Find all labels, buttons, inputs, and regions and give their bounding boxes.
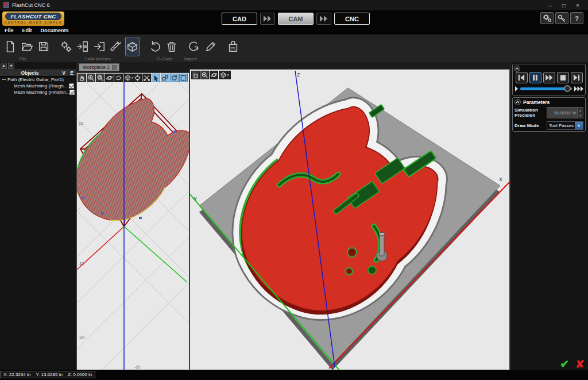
- close-button[interactable]: ×: [571, 2, 585, 9]
- set-zero-icon[interactable]: [133, 74, 142, 82]
- objects-title: Objects: [0, 70, 60, 76]
- group-label-file: File: [6, 56, 40, 62]
- import-stl-icon[interactable]: STL: [226, 39, 240, 54]
- tab-cam[interactable]: CAM: [278, 13, 314, 25]
- new-document-icon[interactable]: [3, 39, 17, 54]
- toolpath-viewport[interactable]: 10 -10 -20 -20: [76, 72, 189, 370]
- zoom-extents-icon[interactable]: [179, 74, 188, 82]
- grid-label-10: 10: [79, 121, 83, 125]
- header-tools: ?: [540, 12, 583, 24]
- pan-icon[interactable]: [78, 74, 86, 82]
- toolpath-scene: 10 -10 -20 -20: [77, 73, 189, 370]
- flashcut-logo: FLASHCUT CNC CONTROL MADE SIMPLE: [2, 11, 64, 26]
- help-button[interactable]: ?: [570, 12, 583, 24]
- collapse-expander-icon[interactable]: [2, 78, 6, 82]
- menubar: File Edit Documents: [0, 26, 588, 34]
- pan-icon[interactable]: [191, 71, 200, 79]
- go-to-start-button[interactable]: [516, 72, 528, 83]
- maximize-button[interactable]: □: [557, 2, 571, 9]
- menu-edit[interactable]: Edit: [22, 28, 32, 33]
- titlebar: FlashCut CNC 6 – □ ×: [0, 0, 588, 10]
- simulation-slider: [513, 86, 585, 91]
- zoom-in-icon[interactable]: [87, 74, 95, 82]
- parameters-title: Parameters: [523, 99, 550, 105]
- step-back-icon[interactable]: [514, 86, 519, 91]
- main-area: Objects V E Path (Electric Guitar_Part1)…: [0, 62, 588, 370]
- tab-cad[interactable]: CAD: [222, 13, 257, 25]
- flashcut-app-window: FlashCut CNC 6 – □ × FLASHCUT CNC CONTRO…: [0, 0, 588, 380]
- program-settings-icon[interactable]: [59, 39, 73, 54]
- fast-forward-button[interactable]: [543, 72, 555, 83]
- workpiece-tab[interactable]: Workpiece 1 ×: [79, 63, 119, 71]
- license-key-icon[interactable]: [555, 12, 568, 24]
- dropdown-arrow-icon[interactable]: ▼: [575, 122, 583, 129]
- brand-name: FLASHCUT CNC: [5, 13, 61, 20]
- spin-view-icon[interactable]: [114, 74, 123, 82]
- send-to-cam-icon[interactable]: [92, 39, 106, 54]
- view-cube-icon[interactable]: [219, 71, 231, 79]
- objects-header: Objects V E: [0, 70, 76, 76]
- z-axis-label: Z: [297, 72, 300, 78]
- save-icon[interactable]: [36, 39, 51, 54]
- accept-button[interactable]: ✔: [560, 358, 569, 371]
- generate-gcode-icon[interactable]: [187, 39, 201, 54]
- progress-slider-handle[interactable]: [564, 85, 571, 92]
- stop-button[interactable]: [557, 72, 569, 83]
- rotate-view-icon[interactable]: [105, 74, 114, 82]
- simulate-toolpath-icon[interactable]: [125, 37, 140, 56]
- undo-icon[interactable]: [148, 39, 162, 54]
- menu-file[interactable]: File: [5, 28, 14, 33]
- pause-button[interactable]: [529, 72, 541, 83]
- cancel-button[interactable]: ✘: [575, 358, 585, 371]
- status-bar: X: 22.3234 in Y: 13.6285 in Z: 0.0000 in: [0, 370, 588, 380]
- delete-operation-icon[interactable]: [164, 39, 179, 54]
- move-up-icon[interactable]: [1, 63, 7, 69]
- spinner-up-icon[interactable]: ▲: [578, 108, 583, 113]
- visibility-checkbox[interactable]: [69, 90, 75, 95]
- window-title: FlashCut CNC 6: [12, 2, 50, 8]
- stl-label: STL: [230, 47, 235, 50]
- grid-label-m20a: -20: [79, 335, 84, 339]
- minimize-button[interactable]: –: [543, 2, 557, 9]
- app-icon: [3, 2, 9, 8]
- go-to-end-button[interactable]: [571, 72, 583, 83]
- refresh-view-icon[interactable]: [170, 74, 179, 82]
- group-label-import: Import: [173, 56, 208, 62]
- edit-gcode-icon[interactable]: [203, 39, 218, 54]
- tab-cnc[interactable]: CNC: [334, 13, 370, 25]
- edit-toolpath-icon[interactable]: [109, 39, 123, 54]
- select-toolpath-icon[interactable]: [152, 74, 160, 82]
- machined-guitar-body: [207, 89, 460, 347]
- simulation-viewport[interactable]: Z X Y: [189, 69, 510, 370]
- progress-slider-track[interactable]: [520, 87, 572, 90]
- collapse-section-icon[interactable]: [514, 99, 521, 105]
- spinner-down-icon[interactable]: ▼: [578, 113, 583, 118]
- x-coordinate: X: 22.3234 in: [3, 372, 30, 377]
- tool-position-icon[interactable]: [142, 74, 151, 82]
- close-tab-icon[interactable]: ×: [112, 65, 117, 70]
- tree-item-finish[interactable]: Mesh Machining (Finishin...: [0, 89, 76, 95]
- tree-item-rough[interactable]: Mesh Machining (Rough....: [0, 83, 76, 89]
- tree-item-path[interactable]: Path (Electric Guitar_Part1): [0, 76, 76, 83]
- open-file-icon[interactable]: [20, 39, 34, 54]
- workspace-area: Workpiece 1 ×: [76, 62, 510, 370]
- advance-chevron-icon[interactable]: [260, 13, 275, 25]
- zoom-in-icon[interactable]: [200, 71, 209, 79]
- collapse-section-icon[interactable]: [514, 66, 520, 72]
- step-forward-fast-icon[interactable]: [574, 86, 583, 91]
- workpiece-tab-label: Workpiece 1: [83, 64, 110, 70]
- import-cad-part-icon[interactable]: [75, 39, 90, 54]
- settings-gears-icon[interactable]: [540, 12, 554, 24]
- draw-mode-select[interactable]: Tool Passes ▼: [547, 121, 583, 130]
- grid-label-m10: -10: [78, 262, 84, 266]
- precision-input[interactable]: 50.0000 % ▲ ▼: [547, 107, 583, 118]
- visibility-checkbox[interactable]: [69, 83, 74, 89]
- menu-documents[interactable]: Documents: [41, 28, 69, 33]
- rotate-view-icon[interactable]: [210, 71, 218, 79]
- advance-chevron-icon[interactable]: [316, 13, 331, 25]
- zoom-window-icon[interactable]: [96, 74, 105, 82]
- move-down-icon[interactable]: [8, 63, 14, 69]
- objects-panel: Objects V E Path (Electric Guitar_Part1)…: [0, 62, 76, 370]
- show-shapes-icon[interactable]: [161, 74, 169, 82]
- y-axis-label: Y: [194, 196, 197, 202]
